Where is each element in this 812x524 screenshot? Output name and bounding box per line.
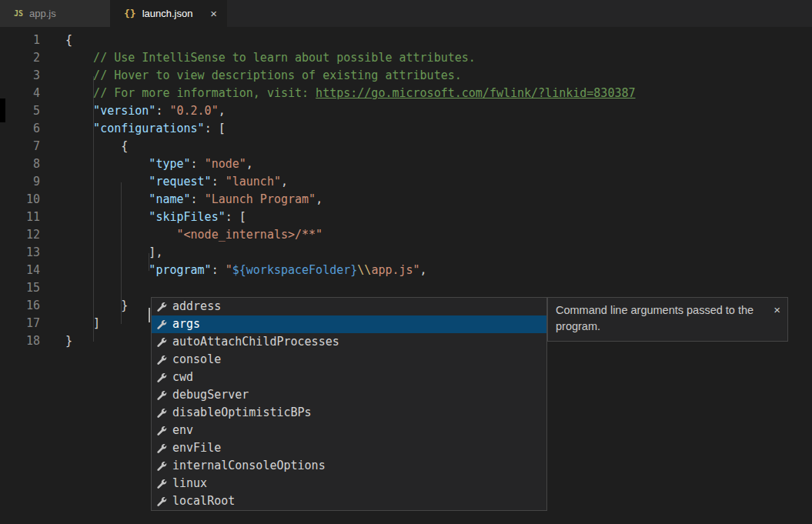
line-number[interactable]: 3 xyxy=(0,67,40,85)
suggest-item-label: envFile xyxy=(172,439,221,457)
line-number[interactable]: 16 xyxy=(0,297,40,315)
suggest-item-label: linux xyxy=(172,475,207,492)
suggest-item-label: cwd xyxy=(172,369,193,386)
suggest-item-linux[interactable]: linux xyxy=(152,475,546,492)
tab-label-launch-json: launch.json xyxy=(142,8,193,19)
line-number[interactable]: 1 xyxy=(0,32,40,49)
intellisense-suggest-widget: addressargsautoAttachChildProcessesconso… xyxy=(151,297,547,511)
code-text: } xyxy=(65,297,128,315)
line-number[interactable]: 18 xyxy=(0,332,40,350)
javascript-file-icon: JS xyxy=(14,9,23,18)
code-line[interactable]: 1{ xyxy=(0,32,812,49)
suggest-details-tooltip: Command line arguments passed to the pro… xyxy=(547,297,788,342)
code-text: // For more information, visit: https://… xyxy=(65,85,636,102)
tab-launch-json[interactable]: {} launch.json × xyxy=(110,0,227,27)
line-number[interactable]: 8 xyxy=(0,155,40,173)
suggest-item-label: internalConsoleOptions xyxy=(172,457,326,475)
wrench-icon xyxy=(155,389,168,402)
code-text: { xyxy=(65,32,72,49)
suggest-item-localRoot[interactable]: localRoot xyxy=(152,492,546,510)
line-number[interactable]: 2 xyxy=(0,49,40,67)
wrench-icon xyxy=(155,301,168,313)
code-line[interactable]: 7 { xyxy=(0,138,812,155)
code-text: { xyxy=(65,138,128,155)
code-line[interactable]: 8 "type": "node", xyxy=(0,155,812,173)
code-line[interactable]: 9 "request": "launch", xyxy=(0,173,812,191)
code-line[interactable]: 5 "version": "0.2.0", xyxy=(0,102,812,120)
wrench-icon xyxy=(155,372,168,384)
code-line[interactable]: 14 "program": "${workspaceFolder}\\app.j… xyxy=(0,262,812,279)
tab-app-js[interactable]: JS app.js xyxy=(0,0,110,27)
suggest-item-console[interactable]: console xyxy=(152,351,546,369)
code-text: "version": "0.2.0", xyxy=(65,102,226,120)
suggest-item-args[interactable]: args xyxy=(152,315,546,333)
wrench-icon xyxy=(155,496,168,508)
code-text: } xyxy=(65,332,72,350)
wrench-icon xyxy=(155,442,168,455)
code-text: // Hover to view descriptions of existin… xyxy=(65,67,462,85)
line-number[interactable]: 10 xyxy=(0,191,40,209)
line-number[interactable]: 9 xyxy=(0,173,40,191)
suggest-item-cwd[interactable]: cwd xyxy=(152,369,546,386)
suggest-item-disableOptimisticBPs[interactable]: disableOptimisticBPs xyxy=(152,404,546,422)
suggest-item-autoAttachChildProcesses[interactable]: autoAttachChildProcesses xyxy=(152,333,546,351)
suggest-details-text: Command line arguments passed to the pro… xyxy=(556,304,754,332)
code-line[interactable]: 12 "<node_internals>/**" xyxy=(0,226,812,244)
close-details-icon[interactable]: × xyxy=(774,302,780,318)
json-file-icon: {} xyxy=(124,8,136,19)
code-line[interactable]: 3 // Hover to view descriptions of exist… xyxy=(0,67,812,85)
suggest-item-label: address xyxy=(172,298,221,315)
line-number[interactable]: 17 xyxy=(0,315,40,332)
line-number[interactable]: 6 xyxy=(0,120,40,138)
text-cursor xyxy=(149,308,150,322)
suggest-item-label: localRoot xyxy=(172,492,235,510)
code-text: "skipFiles": [ xyxy=(65,209,246,226)
suggest-item-label: env xyxy=(172,422,193,439)
code-text: ], xyxy=(65,244,162,262)
suggest-item-label: args xyxy=(172,315,200,333)
suggest-item-label: debugServer xyxy=(172,386,249,404)
wrench-icon xyxy=(155,319,168,331)
suggest-item-label: disableOptimisticBPs xyxy=(172,404,312,422)
suggest-item-address[interactable]: address xyxy=(152,298,546,315)
wrench-icon xyxy=(155,460,168,472)
suggest-list: addressargsautoAttachChildProcessesconso… xyxy=(152,298,546,510)
line-number[interactable]: 11 xyxy=(0,209,40,226)
line-number[interactable]: 15 xyxy=(0,279,40,297)
wrench-icon xyxy=(155,354,168,366)
line-number[interactable]: 5 xyxy=(0,102,40,120)
code-line[interactable]: 6 "configurations": [ xyxy=(0,120,812,138)
code-text: "name": "Launch Program", xyxy=(65,191,322,209)
activity-bar-sliver xyxy=(0,98,5,122)
wrench-icon xyxy=(155,336,168,349)
code-line[interactable]: 10 "name": "Launch Program", xyxy=(0,191,812,209)
suggest-item-internalConsoleOptions[interactable]: internalConsoleOptions xyxy=(152,457,546,475)
wrench-icon xyxy=(155,425,168,437)
code-text: "<node_internals>/**" xyxy=(65,226,322,244)
code-line[interactable]: 2 // Use IntelliSense to learn about pos… xyxy=(0,49,812,67)
code-text: "configurations": [ xyxy=(65,120,226,138)
code-text: // Use IntelliSense to learn about possi… xyxy=(65,49,476,67)
suggest-item-debugServer[interactable]: debugServer xyxy=(152,386,546,404)
code-line[interactable]: 15 xyxy=(0,279,812,297)
suggest-item-label: console xyxy=(172,351,221,369)
code-text: "type": "node", xyxy=(65,155,253,173)
code-line[interactable]: 11 "skipFiles": [ xyxy=(0,209,812,226)
wrench-icon xyxy=(155,407,168,419)
code-line[interactable]: 4 // For more information, visit: https:… xyxy=(0,85,812,102)
line-number[interactable]: 13 xyxy=(0,244,40,262)
suggest-item-env[interactable]: env xyxy=(152,422,546,439)
wrench-icon xyxy=(155,478,168,490)
code-text: "request": "launch", xyxy=(65,173,288,191)
line-number[interactable]: 7 xyxy=(0,138,40,155)
code-text: ] xyxy=(65,315,100,332)
line-number[interactable]: 14 xyxy=(0,262,40,279)
code-line[interactable]: 13 ], xyxy=(0,244,812,262)
suggest-item-label: autoAttachChildProcesses xyxy=(172,333,339,351)
suggest-item-envFile[interactable]: envFile xyxy=(152,439,546,457)
line-number[interactable]: 4 xyxy=(0,85,40,102)
line-number[interactable]: 12 xyxy=(0,226,40,244)
close-tab-icon[interactable]: × xyxy=(208,7,219,20)
code-text: "program": "${workspaceFolder}\\app.js", xyxy=(65,262,427,279)
editor-tab-bar: JS app.js {} launch.json × xyxy=(0,0,812,27)
